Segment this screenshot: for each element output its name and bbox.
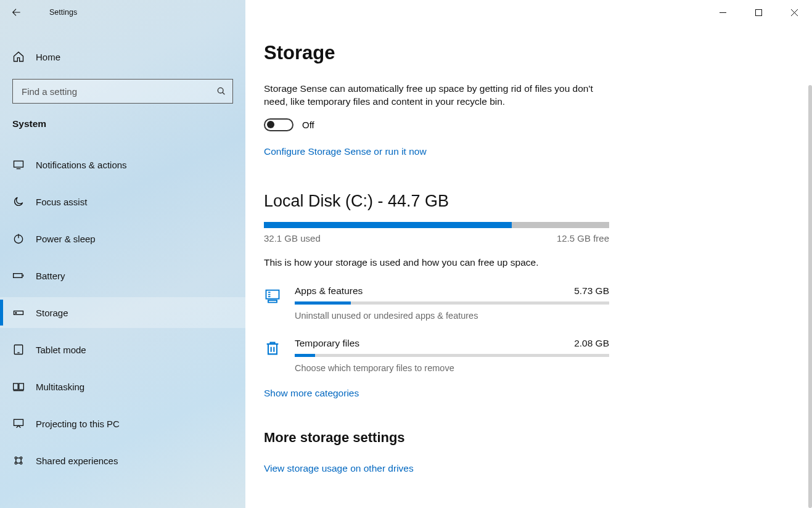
sidebar-item-label: Notifications & actions [36, 160, 127, 170]
toggle-knob [267, 121, 274, 128]
sidebar-item-multitasking[interactable]: Multitasking [0, 371, 245, 402]
trash-icon [264, 338, 295, 373]
configure-storage-sense-link[interactable]: Configure Storage Sense or run it now [264, 146, 427, 157]
category-sub: Choose which temporary files to remove [295, 363, 609, 373]
apps-features-icon [264, 285, 295, 321]
storage-icon [12, 306, 25, 319]
window-title: Settings [36, 8, 77, 17]
sidebar-item-notifications[interactable]: Notifications & actions [0, 149, 245, 180]
svg-rect-15 [268, 300, 277, 303]
svg-rect-9 [14, 419, 23, 425]
other-drives-link[interactable]: View storage usage on other drives [264, 463, 414, 474]
category-size: 5.73 GB [574, 285, 609, 297]
sidebar-item-label: Power & sleep [36, 234, 96, 244]
battery-icon [12, 269, 25, 282]
scrollbar[interactable] [808, 85, 812, 508]
category-label: Temporary files [295, 338, 359, 349]
sidebar-item-label: Shared experiences [36, 456, 118, 466]
sidebar-section-label: System [0, 107, 245, 136]
disk-usage-fill [264, 222, 512, 228]
storage-explain-text: This is how your storage is used and how… [264, 257, 794, 268]
storage-sense-toggle[interactable] [264, 118, 293, 131]
svg-point-5 [15, 313, 17, 314]
shared-icon [12, 454, 25, 467]
svg-point-11 [20, 457, 22, 459]
show-more-categories-link[interactable]: Show more categories [264, 388, 359, 399]
close-icon [791, 9, 798, 16]
svg-rect-3 [14, 274, 22, 278]
sidebar-item-battery[interactable]: Battery [0, 260, 245, 291]
notifications-icon [12, 158, 25, 171]
disk-usage-bar [264, 222, 609, 228]
svg-rect-1 [14, 161, 23, 167]
disk-heading: Local Disk (C:) - 44.7 GB [264, 192, 794, 211]
moon-icon [12, 195, 25, 208]
back-button[interactable] [11, 7, 36, 17]
disk-free-text: 12.5 GB free [557, 233, 609, 244]
svg-rect-7 [14, 383, 18, 390]
category-size: 2.08 GB [574, 338, 609, 349]
category-bar-fill [295, 354, 315, 357]
sidebar-item-projecting[interactable]: Projecting to this PC [0, 408, 245, 439]
category-bar [295, 301, 609, 305]
home-icon [12, 51, 25, 63]
page-title: Storage [264, 42, 794, 64]
main-content: Storage Storage Sense can automatically … [245, 0, 812, 508]
sidebar-item-label: Battery [36, 271, 65, 281]
nav-list: Notifications & actions Focus assist Pow… [0, 149, 245, 476]
sidebar-item-tablet-mode[interactable]: Tablet mode [0, 334, 245, 365]
sidebar-home[interactable]: Home [0, 42, 245, 72]
search-wrap [0, 75, 245, 107]
sidebar-item-label: Tablet mode [36, 345, 86, 355]
svg-point-12 [15, 462, 17, 464]
sidebar-item-label: Projecting to this PC [36, 419, 120, 429]
svg-rect-16 [755, 9, 761, 15]
svg-rect-8 [19, 383, 24, 390]
category-bar [295, 354, 609, 357]
category-sub: Uninstall unused or undesired apps & fea… [295, 311, 609, 321]
minimize-icon [720, 9, 726, 16]
category-temporary-files[interactable]: Temporary files 2.08 GB Choose which tem… [264, 338, 609, 373]
category-label: Apps & features [295, 285, 363, 297]
storage-sense-text: Storage Sense can automatically free up … [264, 83, 609, 109]
category-bar-fill [295, 301, 351, 305]
close-button[interactable] [776, 0, 812, 25]
svg-point-0 [218, 88, 223, 93]
category-apps-features[interactable]: Apps & features 5.73 GB Uninstall unused… [264, 285, 609, 321]
search-box[interactable] [12, 79, 233, 104]
sidebar-item-label: Multitasking [36, 382, 84, 392]
svg-point-10 [15, 457, 17, 459]
sidebar-item-shared-experiences[interactable]: Shared experiences [0, 445, 245, 476]
back-arrow-icon [11, 7, 21, 17]
power-icon [12, 232, 25, 245]
minimize-button[interactable] [705, 0, 740, 25]
sidebar-item-focus-assist[interactable]: Focus assist [0, 186, 245, 217]
search-input[interactable] [22, 86, 216, 97]
title-bar: Settings [0, 0, 812, 25]
sidebar-item-label: Storage [36, 308, 68, 318]
svg-point-13 [20, 462, 22, 464]
toggle-state-label: Off [302, 120, 314, 130]
more-storage-heading: More storage settings [264, 430, 794, 446]
search-icon [216, 86, 226, 96]
maximize-icon [755, 9, 762, 16]
projecting-icon [12, 417, 25, 430]
tablet-icon [12, 343, 25, 356]
disk-stats: 32.1 GB used 12.5 GB free [264, 233, 609, 244]
sidebar-item-power-sleep[interactable]: Power & sleep [0, 223, 245, 254]
storage-sense-toggle-row: Off [264, 118, 794, 131]
sidebar-item-storage[interactable]: Storage [0, 297, 245, 328]
disk-used-text: 32.1 GB used [264, 233, 321, 244]
multitasking-icon [12, 380, 25, 393]
sidebar-item-label: Focus assist [36, 197, 87, 207]
svg-rect-14 [266, 290, 279, 299]
maximize-button[interactable] [740, 0, 776, 25]
sidebar: Home System Notifications & actions [0, 0, 245, 508]
sidebar-home-label: Home [36, 52, 60, 62]
